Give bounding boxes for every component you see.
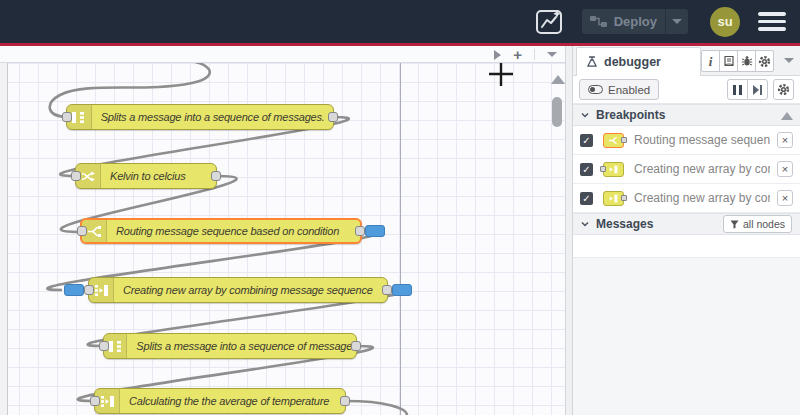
- flow-node-split[interactable]: Splits a message into a sequence of mess…: [66, 104, 334, 130]
- section-title: Breakpoints: [596, 108, 665, 122]
- output-port[interactable]: [211, 171, 221, 181]
- input-port[interactable]: [71, 171, 81, 181]
- gear-icon: [758, 55, 771, 68]
- flow-node-split[interactable]: Splits a message into a sequence of mess…: [103, 333, 357, 359]
- step-button[interactable]: [747, 79, 768, 100]
- messages-section-header[interactable]: Messages all nodes: [573, 213, 800, 235]
- workspace-column: +: [0, 46, 565, 415]
- flow-node-join[interactable]: Calculating the the average of temperatu…: [94, 388, 346, 414]
- info-tab-button[interactable]: i: [701, 50, 720, 72]
- message-filter-button[interactable]: all nodes: [723, 215, 792, 233]
- debug-tab-button[interactable]: [737, 50, 756, 72]
- chevron-down-icon: [581, 220, 589, 228]
- input-port[interactable]: [90, 396, 100, 406]
- mini-output-port: [621, 195, 627, 201]
- join-node-mini-icon: [603, 191, 624, 206]
- playback-button-group: [727, 79, 768, 100]
- input-port[interactable]: [84, 285, 94, 295]
- remove-breakpoint-button[interactable]: ×: [777, 161, 793, 177]
- input-port[interactable]: [77, 226, 87, 236]
- output-port[interactable]: [355, 226, 365, 236]
- deploy-options-button[interactable]: [666, 9, 688, 34]
- export-image-button[interactable]: [534, 7, 566, 37]
- flask-icon: [586, 56, 598, 68]
- breakpoint-row[interactable]: ✓ Creating new array by combining messag…: [573, 155, 800, 184]
- breakpoint-row[interactable]: ✓ Routing message sequence based on cond…: [573, 126, 800, 155]
- remove-breakpoint-button[interactable]: ×: [777, 190, 793, 206]
- breakpoint-checkbox[interactable]: ✓: [580, 134, 593, 147]
- breakpoint-checkbox[interactable]: ✓: [580, 163, 593, 176]
- remove-breakpoint-button[interactable]: ×: [777, 132, 793, 148]
- image-sparkle-icon: [535, 8, 565, 36]
- node-label: Splits a message into a sequence of mess…: [127, 340, 356, 352]
- debugger-settings-button[interactable]: [773, 79, 794, 100]
- help-tab-button[interactable]: [719, 50, 738, 72]
- canvas-left-gutter: [0, 63, 8, 415]
- main-menu-button[interactable]: [758, 12, 786, 31]
- hamburger-icon: [758, 12, 786, 16]
- breakpoint-label: Routing message sequence based on condit…: [634, 133, 770, 147]
- mini-output-port: [621, 137, 627, 143]
- funnel-icon: [730, 220, 739, 229]
- debugger-enabled-toggle[interactable]: Enabled: [579, 79, 659, 100]
- bug-icon: [741, 55, 753, 67]
- flow-node-switch[interactable]: Routing message sequence based on condit…: [80, 218, 362, 244]
- tab-scroll-right-button[interactable]: [494, 50, 501, 60]
- messages-empty-area: [573, 235, 800, 257]
- canvas-boundary: [400, 63, 401, 415]
- breakpoint-label: Creating new array by combining message …: [634, 191, 770, 205]
- flow-canvas[interactable]: Splits a message into a sequence of mess…: [0, 63, 565, 415]
- add-flow-button[interactable]: +: [513, 50, 522, 60]
- divider: [534, 49, 535, 60]
- deploy-label: Deploy: [614, 14, 657, 29]
- sidebar-splitter[interactable]: [565, 46, 573, 415]
- header-bar: Deploy su: [0, 0, 800, 43]
- node-label: Splits a message into a sequence of mess…: [92, 111, 333, 123]
- canvas-scroll-up-button[interactable]: [551, 75, 565, 84]
- node-label: Routing message sequence based on condit…: [107, 225, 350, 237]
- config-tab-button[interactable]: [755, 50, 774, 72]
- switch-node-mini-icon: [603, 133, 624, 148]
- node-label: Calculating the the average of temperatu…: [120, 395, 340, 407]
- user-avatar[interactable]: su: [710, 7, 740, 37]
- paused-message-indicator[interactable]: [365, 225, 385, 237]
- section-title: Messages: [596, 217, 653, 231]
- flow-node-join[interactable]: Creating new array by combining message …: [88, 277, 388, 303]
- breakpoint-checkbox[interactable]: ✓: [580, 192, 593, 205]
- flow-list-button[interactable]: [547, 52, 557, 57]
- main-area: +: [0, 46, 800, 415]
- sidebar-options-button[interactable]: [784, 58, 794, 63]
- chevron-down-icon: [672, 19, 682, 24]
- node-red-app: Deploy su +: [0, 0, 800, 415]
- tab-label: debugger: [604, 55, 661, 69]
- debugger-controls: Enabled: [573, 76, 800, 104]
- crosshair-cursor: [488, 63, 514, 87]
- output-port[interactable]: [328, 112, 338, 122]
- step-forward-icon: [753, 85, 762, 95]
- paused-message-indicator[interactable]: [64, 284, 84, 296]
- sidebar: debugger i: [573, 46, 800, 415]
- sidebar-toolbar: i: [702, 50, 774, 72]
- tab-debugger[interactable]: debugger: [576, 47, 701, 76]
- canvas-scrollbar-thumb[interactable]: [552, 97, 562, 127]
- paused-message-indicator[interactable]: [392, 284, 412, 296]
- breakpoints-section-header[interactable]: Breakpoints: [573, 104, 800, 126]
- breakpoints-scroll-up-button[interactable]: [781, 112, 793, 120]
- pause-button[interactable]: [727, 79, 748, 100]
- mini-input-port: [600, 166, 606, 172]
- pause-icon: [733, 85, 742, 95]
- deploy-button[interactable]: Deploy: [582, 9, 665, 34]
- chevron-down-icon: [581, 111, 589, 119]
- join-node-mini-icon: [603, 162, 624, 177]
- hamburger-icon: [758, 27, 786, 31]
- gear-icon: [777, 83, 790, 96]
- input-port[interactable]: [62, 112, 72, 122]
- output-port[interactable]: [351, 341, 361, 351]
- filter-label: all nodes: [743, 218, 785, 230]
- node-label: Kelvin to celcius: [101, 170, 196, 182]
- flow-node-change[interactable]: Kelvin to celcius: [75, 163, 217, 189]
- output-port[interactable]: [340, 396, 350, 406]
- input-port[interactable]: [99, 341, 109, 351]
- output-port[interactable]: [382, 285, 392, 295]
- breakpoint-row[interactable]: ✓ Creating new array by combining messag…: [573, 184, 800, 213]
